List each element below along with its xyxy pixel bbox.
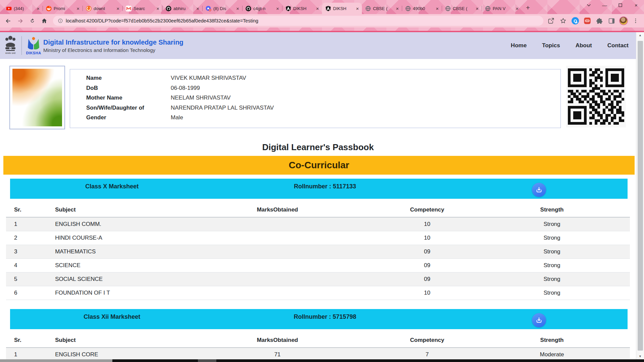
tab-close-icon[interactable]: × xyxy=(475,6,480,11)
extension-q-icon[interactable]: Q xyxy=(571,16,580,25)
tab-close-icon[interactable]: × xyxy=(75,6,80,11)
tab-label: Promi xyxy=(54,6,73,11)
download-marksheet-button[interactable] xyxy=(532,183,546,197)
tab-close-icon[interactable]: × xyxy=(315,6,320,11)
extension-red-icon[interactable] xyxy=(583,16,592,25)
new-tab-button[interactable]: + xyxy=(523,3,533,13)
vertical-scrollbar[interactable]: ▲ ▼ xyxy=(636,32,644,359)
table-cell: Strong xyxy=(474,217,630,231)
tab-close-icon[interactable]: × xyxy=(355,6,360,11)
url-text: localhost:4200/DLP?code=f57d1eb0b55c2b23… xyxy=(66,18,258,23)
tab-close-icon[interactable]: × xyxy=(395,6,400,11)
tab-close-icon[interactable]: × xyxy=(235,6,240,11)
marksheet-table: Sr.SubjectMarksObtainedCompetencyStrengt… xyxy=(6,333,630,362)
profile-field-row: DoB06-08-1999 xyxy=(86,84,560,92)
menu-kebab-icon[interactable] xyxy=(631,16,640,25)
column-header: Strength xyxy=(474,203,630,217)
horizontal-scrollbar-thumb[interactable] xyxy=(0,359,112,362)
passbook-title: Digital Learner's Passbook xyxy=(6,142,630,153)
nav-item-home[interactable]: Home xyxy=(511,42,527,49)
browser-tab-active[interactable]: DIKSH× xyxy=(322,3,362,14)
scroll-up-icon[interactable]: ▲ xyxy=(636,32,644,38)
bookmark-star-icon[interactable] xyxy=(559,16,568,25)
home-button[interactable] xyxy=(39,15,50,26)
table-cell: 10 xyxy=(380,231,474,245)
minimize-button[interactable]: — xyxy=(597,0,612,10)
download-marksheet-button[interactable] xyxy=(532,313,546,327)
profile-field-label: DoB xyxy=(86,84,171,92)
tab-strip: (344)×Promi×downl×Searc×abhiru×8(8) Dis×… xyxy=(0,0,644,14)
profile-field-value: Male xyxy=(171,114,183,121)
angular-favicon-icon xyxy=(325,6,331,11)
nav-item-contact[interactable]: Contact xyxy=(607,42,629,49)
column-header: Strength xyxy=(474,333,630,348)
browser-tab[interactable]: CBSE (× xyxy=(362,3,402,14)
site-header: सत्यमेव जयते DIKSHA Digital Infrastructu… xyxy=(0,32,644,59)
profile-avatar[interactable] xyxy=(619,16,628,25)
diksha-logo-text: DIKSHA xyxy=(26,51,41,55)
browser-tab[interactable]: (344)× xyxy=(3,3,43,14)
passbook-sections: Class X MarksheetRollnumber : 5117133Sr.… xyxy=(6,179,630,362)
profile-field-row: Mother NameNEELAM SHRIVASTAV xyxy=(86,94,560,102)
table-cell: 6 xyxy=(6,286,50,300)
browser-tab[interactable]: CBSE (× xyxy=(442,3,482,14)
table-cell: 10 xyxy=(380,286,474,300)
tab-close-icon[interactable]: × xyxy=(515,6,520,11)
tab-close-icon[interactable]: × xyxy=(195,6,200,11)
close-window-button[interactable]: × xyxy=(628,0,644,10)
table-cell: 2 xyxy=(6,231,50,245)
table-cell: Strong xyxy=(474,231,630,245)
profile-section: NameVIVEK KUMAR SHRIVASTAVDoB06-08-1999M… xyxy=(6,66,630,129)
qr-code xyxy=(566,66,626,127)
browser-tab[interactable]: DIKSH× xyxy=(282,3,322,14)
browser-tab[interactable]: Searc× xyxy=(122,3,162,14)
browser-tab[interactable]: 8(8) Dis× xyxy=(202,3,242,14)
nav-item-about[interactable]: About xyxy=(576,42,592,49)
address-bar[interactable]: localhost:4200/DLP?code=f57d1eb0b55c2b23… xyxy=(53,16,543,26)
side-panel-icon[interactable] xyxy=(607,16,616,25)
table-cell: Strong xyxy=(474,273,630,286)
discord-favicon-icon: 8 xyxy=(206,6,211,11)
profile-field-value: 06-08-1999 xyxy=(171,84,200,92)
horizontal-scrollbar[interactable] xyxy=(0,359,644,362)
scroll-down-icon[interactable]: ▼ xyxy=(636,353,644,359)
national-emblem-icon: सत्यमेव जयते xyxy=(3,34,18,57)
vertical-scrollbar-thumb[interactable] xyxy=(638,41,643,351)
table-cell: Strong xyxy=(474,245,630,259)
tab-close-icon[interactable]: × xyxy=(155,6,160,11)
browser-tab[interactable]: downl× xyxy=(83,3,122,14)
browser-tab[interactable]: c4gt-n× xyxy=(242,3,282,14)
profile-field-label: Mother Name xyxy=(86,94,171,102)
maximize-button[interactable] xyxy=(612,0,628,10)
extensions-puzzle-icon[interactable] xyxy=(595,16,604,25)
marksheet-table: Sr.SubjectMarksObtainedCompetencyStrengt… xyxy=(6,203,630,300)
tab-search-chevron-icon[interactable] xyxy=(581,0,597,10)
column-header: Subject xyxy=(50,203,174,217)
tab-close-icon[interactable]: × xyxy=(275,6,280,11)
tab-label: c4gt-n xyxy=(253,6,273,11)
reload-button[interactable] xyxy=(27,15,38,26)
back-button[interactable] xyxy=(3,15,13,26)
column-header: Subject xyxy=(50,333,174,348)
tab-close-icon[interactable]: × xyxy=(36,6,41,11)
browser-tab[interactable]: 490b0× xyxy=(402,3,442,14)
table-cell: 09 xyxy=(380,245,474,259)
co-curricular-banner: Co-Curricular xyxy=(3,156,635,175)
globe-favicon-icon xyxy=(365,6,371,11)
browser-tab[interactable]: abhiru× xyxy=(162,3,202,14)
share-icon[interactable] xyxy=(547,16,555,25)
tab-close-icon[interactable]: × xyxy=(115,6,120,11)
nav-item-topics[interactable]: Topics xyxy=(542,42,560,49)
browser-tab[interactable]: PAN V× xyxy=(482,3,522,14)
tab-close-icon[interactable]: × xyxy=(435,6,440,11)
profile-photo xyxy=(9,66,65,129)
site-info-icon[interactable] xyxy=(58,18,63,23)
table-row: 1ENGLISH COMM.10Strong xyxy=(6,217,630,231)
globe-favicon-icon xyxy=(445,6,451,11)
table-cell: 4 xyxy=(6,259,50,273)
table-cell: Strong xyxy=(474,286,630,300)
browser-tab[interactable]: Promi× xyxy=(43,3,83,14)
table-cell: 3 xyxy=(6,245,50,259)
table-cell: 1 xyxy=(6,217,50,231)
forward-button[interactable] xyxy=(15,15,25,26)
